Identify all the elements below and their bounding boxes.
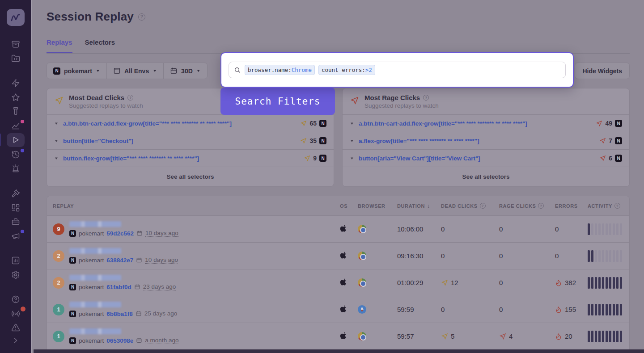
- time-ago[interactable]: 23 days ago: [143, 283, 176, 290]
- dead-click-cursor-icon: [441, 333, 448, 340]
- page-help-icon[interactable]: ?: [138, 13, 145, 21]
- project-name: pokemart: [64, 67, 92, 75]
- column-help-icon[interactable]: ?: [538, 203, 544, 209]
- widget-help-icon[interactable]: ?: [423, 95, 429, 101]
- col-duration[interactable]: DURATION↓: [397, 202, 441, 209]
- expand-chevron-icon[interactable]: ▼: [350, 139, 354, 143]
- widgets-row: Most Dead Clicks ? Suggested replays to …: [47, 88, 630, 187]
- bar-chart-icon[interactable]: [7, 254, 25, 267]
- duration: 01:00:29: [397, 279, 441, 286]
- siren-icon[interactable]: [7, 162, 25, 175]
- expand-chevron-icon[interactable]: ▼: [350, 156, 354, 160]
- session-id-link[interactable]: 0653098e: [106, 337, 133, 344]
- project-selector[interactable]: N pokemart ▼: [47, 63, 107, 79]
- lightning-icon[interactable]: [7, 77, 25, 90]
- code-folder-icon[interactable]: [7, 52, 25, 65]
- history-icon[interactable]: [7, 148, 25, 161]
- star-icon[interactable]: [7, 91, 25, 104]
- session-replay-nav-icon[interactable]: [7, 133, 25, 147]
- selector-link[interactable]: button.flex-grow[title="*** **** *******…: [63, 155, 299, 162]
- session-id-link[interactable]: 61fabf0d: [106, 284, 131, 290]
- help-icon[interactable]: [7, 293, 25, 306]
- calendar-icon: [170, 67, 178, 75]
- app-logo[interactable]: [7, 9, 25, 26]
- session-id-link[interactable]: 6b8ba1f8: [106, 311, 133, 317]
- duration: 59:59: [397, 306, 441, 313]
- table-row[interactable]: 1 N pokemart 6b8ba1f8 25 days ago 59:59 …: [47, 296, 629, 323]
- time-ago[interactable]: 10 days ago: [145, 256, 178, 264]
- toolbox-icon[interactable]: [7, 215, 25, 228]
- flashlight-icon[interactable]: [7, 105, 25, 118]
- table-row[interactable]: 2 N pokemart 638842e7 10 days ago 09:16:…: [47, 243, 629, 269]
- expand-chevron-icon[interactable]: ▼: [54, 139, 59, 143]
- netlify-badge: N: [69, 230, 76, 237]
- session-id-link[interactable]: 638842e7: [106, 257, 133, 264]
- page-title: Session Replay: [47, 10, 134, 24]
- flame-icon: [555, 333, 562, 340]
- filter-chip-browser[interactable]: browser.name:Chrome: [245, 65, 315, 75]
- collapse-chevron-icon[interactable]: [7, 334, 25, 347]
- archive-icon[interactable]: [7, 38, 25, 51]
- calendar-icon: [136, 230, 143, 236]
- table-header: REPLAY OS BROWSER DURATION↓ DEAD CLICKS?…: [47, 196, 629, 216]
- dead-click-cursor-icon: [441, 279, 448, 286]
- click-count: 49: [605, 120, 612, 127]
- line-chart-icon[interactable]: [7, 119, 25, 132]
- column-help-icon[interactable]: ?: [480, 203, 486, 209]
- time-ago[interactable]: 25 days ago: [144, 310, 178, 317]
- time-ago[interactable]: 10 days ago: [145, 230, 178, 237]
- column-help-icon[interactable]: ?: [614, 203, 620, 209]
- see-all-selectors-button[interactable]: See all selectors: [47, 167, 334, 186]
- selector-link[interactable]: a.flex-grow[title="*** **** ******* ** *…: [359, 138, 595, 144]
- gavel-icon[interactable]: [7, 187, 25, 200]
- warning-icon[interactable]: [7, 321, 25, 334]
- selector-link[interactable]: a.btn.btn-cart-add.flex-grow[title="*** …: [63, 120, 296, 127]
- project-name: pokemart: [79, 257, 104, 264]
- search-input[interactable]: browser.name:Chrome count_errors:>2: [229, 62, 566, 78]
- table-row[interactable]: 1 N pokemart 0653098e a month ago 59:57 …: [47, 323, 629, 350]
- project-name: pokemart: [79, 337, 104, 344]
- col-os: OS: [340, 203, 358, 209]
- chrome-icon: [358, 225, 366, 233]
- tab-selectors[interactable]: Selectors: [85, 38, 115, 53]
- most-rage-clicks-widget: Most Rage Clicks ? Suggested replays to …: [342, 88, 630, 187]
- hide-widgets-button[interactable]: Hide Widgets: [575, 63, 630, 79]
- expand-chevron-icon[interactable]: ▼: [350, 122, 354, 126]
- table-row[interactable]: 2 N pokemart 61fabf0d 23 days ago 01:00:…: [47, 269, 629, 296]
- table-row[interactable]: 9 N pokemart 59d2c562 10 days ago 10:06:…: [47, 216, 629, 243]
- selector-row: ▼ a.flex-grow[title="*** **** ******* **…: [343, 132, 629, 149]
- netlify-badge: N: [319, 120, 326, 127]
- session-id-link[interactable]: 59d2c562: [106, 230, 134, 237]
- selector-link[interactable]: button[title="Checkout"]: [63, 138, 296, 144]
- selector-link[interactable]: button[aria="View Cart"][title="View Car…: [359, 155, 595, 162]
- expand-chevron-icon[interactable]: ▼: [54, 156, 59, 160]
- gear-icon[interactable]: [7, 268, 25, 281]
- widget-help-icon[interactable]: ?: [127, 95, 133, 101]
- col-rage-clicks: RAGE CLICKS?: [499, 203, 555, 209]
- user-name-blurred: [69, 302, 121, 307]
- expand-chevron-icon[interactable]: ▼: [54, 122, 59, 126]
- filter-chip-errors[interactable]: count_errors:>2: [318, 65, 375, 75]
- time-ago[interactable]: a month ago: [145, 337, 178, 344]
- chrome-icon: [358, 332, 366, 340]
- errors-value: 155: [555, 306, 588, 313]
- selector-row: ▼ a.btn.btn-cart-add.flex-grow[title="**…: [47, 114, 334, 132]
- megaphone-icon[interactable]: [7, 229, 25, 242]
- click-count: 9: [313, 155, 317, 162]
- project-name: pokemart: [79, 311, 104, 317]
- netlify-badge: N: [69, 311, 76, 317]
- date-range-selector[interactable]: 30D ▼: [164, 63, 207, 79]
- layout-dashboard-icon[interactable]: [7, 201, 25, 214]
- broadcast-icon[interactable]: [7, 307, 25, 320]
- click-count: 7: [609, 137, 612, 144]
- event-count-badge: 9: [53, 223, 64, 235]
- rage-click-cursor-icon: [599, 138, 606, 144]
- calendar-icon: [134, 284, 140, 290]
- dead-click-cursor-icon: [300, 138, 307, 144]
- see-all-selectors-button[interactable]: See all selectors: [343, 167, 629, 186]
- tab-replays[interactable]: Replays: [47, 38, 72, 53]
- env-selector[interactable]: All Envs ▼: [107, 63, 164, 79]
- selector-link[interactable]: a.btn.btn-cart-add.flex-grow[title="*** …: [359, 120, 592, 127]
- col-errors: ERRORS: [555, 203, 588, 209]
- chevron-down-icon: ▼: [153, 69, 157, 73]
